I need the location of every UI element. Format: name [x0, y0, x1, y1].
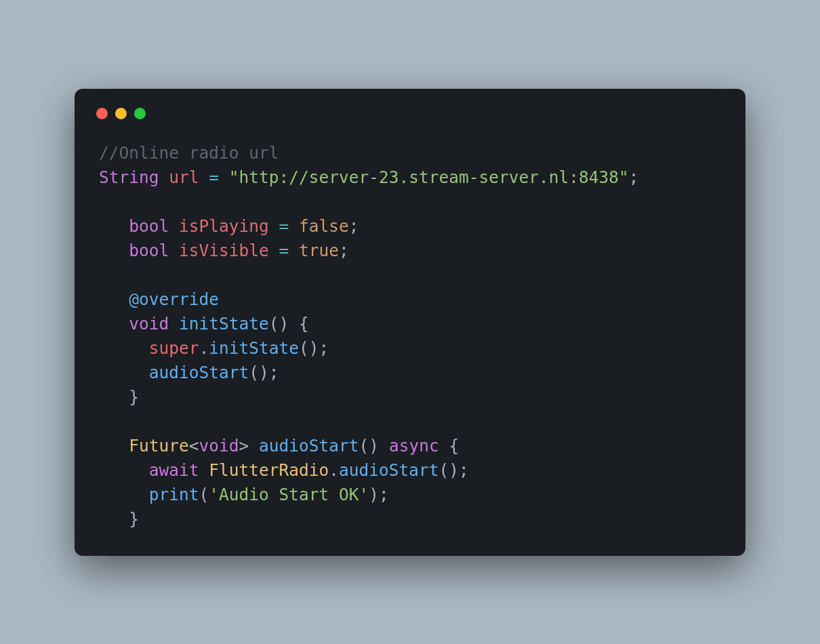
code-token: isPlaying — [179, 216, 269, 236]
code-token: (); — [299, 338, 329, 358]
code-token: = — [199, 167, 229, 187]
code-indent — [99, 216, 129, 236]
code-token: ; — [339, 241, 349, 260]
code-indent — [99, 363, 149, 382]
code-token: bool — [129, 241, 169, 260]
code-token: ); — [369, 485, 389, 504]
code-content: //Online radio url String url = "http://… — [75, 141, 745, 531]
code-token: Future — [129, 436, 189, 456]
code-token: } — [129, 509, 139, 529]
code-token: audioStart — [149, 363, 249, 382]
code-token: (); — [439, 460, 469, 480]
code-token: initState — [179, 314, 269, 334]
code-indent — [99, 460, 149, 480]
code-window: //Online radio url String url = "http://… — [75, 89, 745, 556]
code-comment: //Online radio url — [99, 143, 279, 163]
code-token: super — [149, 338, 199, 358]
code-token: @override — [129, 289, 219, 309]
code-token: 'Audio Start OK' — [209, 485, 369, 504]
code-token: ( — [199, 485, 209, 504]
code-token: bool — [129, 216, 169, 236]
code-indent — [99, 314, 129, 334]
code-token: void — [199, 436, 239, 456]
code-token: void — [129, 314, 169, 334]
code-token: { — [439, 436, 459, 456]
maximize-icon[interactable] — [134, 108, 146, 119]
code-indent — [99, 241, 129, 260]
code-indent — [99, 289, 129, 309]
code-token: String — [99, 167, 159, 187]
code-token: initState — [209, 338, 299, 358]
code-token: isVisible — [179, 241, 269, 260]
code-indent — [99, 338, 149, 358]
code-token: () — [359, 436, 389, 456]
code-token: ; — [349, 216, 359, 236]
close-icon[interactable] — [96, 108, 108, 119]
code-token: FlutterRadio — [209, 460, 329, 480]
code-indent — [99, 436, 129, 456]
minimize-icon[interactable] — [115, 108, 127, 119]
code-token: audioStart — [339, 460, 439, 480]
code-token: = — [269, 216, 299, 236]
code-token: "http://server-23.stream-server.nl:8438" — [229, 167, 629, 187]
code-indent — [99, 509, 129, 529]
code-token: false — [299, 216, 349, 236]
window-titlebar — [75, 108, 745, 141]
code-token: async — [389, 436, 439, 456]
code-token: < — [189, 436, 199, 456]
code-token: audioStart — [259, 436, 359, 456]
code-token: await — [149, 460, 199, 480]
code-token: . — [329, 460, 339, 480]
code-token: ; — [629, 167, 639, 187]
code-token: () { — [269, 314, 309, 334]
code-token: . — [199, 338, 209, 358]
code-token: } — [129, 387, 139, 407]
code-indent — [99, 387, 129, 407]
code-indent — [99, 485, 149, 504]
code-token: > — [239, 436, 249, 456]
code-token: url — [169, 167, 199, 187]
code-token: true — [299, 241, 339, 260]
code-token: (); — [249, 363, 279, 382]
code-token: print — [149, 485, 199, 504]
code-token: = — [269, 241, 299, 260]
